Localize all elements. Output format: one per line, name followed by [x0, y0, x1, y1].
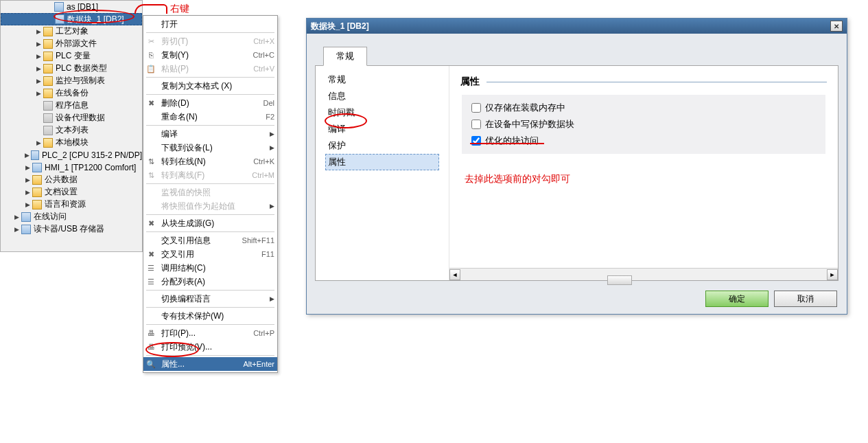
expander-icon[interactable]: [47, 16, 54, 23]
expander-icon[interactable]: ▶: [35, 65, 42, 72]
menu-item[interactable]: 专有技术保护(W): [143, 309, 277, 323]
menu-item[interactable]: 交叉引用信息Shift+F11: [143, 234, 277, 247]
menu-item[interactable]: 打开: [143, 17, 277, 31]
tree-item[interactable]: ▶语言和资源: [1, 198, 142, 211]
expander-icon[interactable]: [35, 102, 42, 109]
expander-icon[interactable]: ▶: [35, 78, 42, 84]
expander-icon[interactable]: ▶: [24, 164, 31, 171]
dialog-checkbox-row[interactable]: 仅存储在装载内存中: [471, 102, 816, 114]
tree-item[interactable]: 文本列表: [1, 124, 142, 137]
dialog-close-button[interactable]: ✕: [830, 21, 843, 32]
tree-item[interactable]: ▶HMI_1 [TP1200 Comfort]: [1, 161, 142, 174]
expander-icon[interactable]: ▶: [35, 41, 42, 47]
dialog-category-item[interactable]: 编译: [325, 121, 439, 137]
tree-item[interactable]: ▶本地模块: [1, 137, 142, 149]
submenu-arrow-icon: ▶: [270, 144, 274, 151]
tree-item[interactable]: ▶PLC_2 [CPU 315-2 PN/DP]: [1, 149, 142, 161]
tree-item[interactable]: ▶在线备份: [1, 87, 142, 100]
menu-item-label: 专有技术保护(W): [161, 310, 274, 322]
tree-item[interactable]: ▶PLC 数据类型: [1, 63, 142, 75]
expander-icon[interactable]: ▶: [13, 226, 20, 233]
tree-item[interactable]: ▶PLC 变量: [1, 50, 142, 63]
expander-icon[interactable]: ▶: [24, 189, 31, 196]
menu-item[interactable]: 切换编程语言▶: [143, 292, 277, 306]
annotation-uncheck-note: 去掉此选项前的对勾即可: [465, 173, 838, 185]
menu-item-shortcut: F11: [261, 250, 274, 258]
dialog-category-item[interactable]: 时间戳: [325, 104, 439, 121]
tree-item[interactable]: ▶文档设置: [1, 186, 142, 198]
expander-icon[interactable]: [35, 127, 42, 134]
dialog-checkbox-row[interactable]: 优化的块访问: [471, 135, 816, 147]
menu-item[interactable]: 🔍属性...Alt+Enter: [143, 357, 277, 371]
menu-item-shortcut: Ctrl+K: [253, 157, 274, 166]
dialog-section-title: 属性: [460, 76, 480, 88]
tree-item[interactable]: ▶监控与强制表: [1, 75, 142, 87]
menu-item[interactable]: 编译▶: [143, 127, 277, 141]
scroll-thumb[interactable]: [607, 275, 632, 285]
dialog-tab-strip: 常规: [307, 34, 847, 65]
folder-icon: [43, 27, 53, 36]
menu-item[interactable]: ☰分配列表(A): [143, 275, 277, 288]
menu-item[interactable]: ⇅转到在线(N)Ctrl+K: [143, 155, 277, 168]
expander-icon[interactable]: ▶: [35, 53, 42, 60]
menu-item[interactable]: ✖交叉引用F11: [143, 247, 277, 261]
expander-icon[interactable]: ▶: [35, 139, 42, 146]
menu-item[interactable]: 下载到设备(L)▶: [143, 141, 277, 155]
expander-icon[interactable]: [35, 115, 42, 122]
tree-item[interactable]: 设备代理数据: [1, 112, 142, 124]
dialog-horizontal-scrollbar[interactable]: ◄ ►: [449, 268, 838, 280]
scroll-left-arrow[interactable]: ◄: [449, 269, 460, 280]
menu-separator: [146, 183, 274, 184]
expander-icon[interactable]: ▶: [35, 28, 42, 35]
expander-icon[interactable]: ▶: [35, 90, 42, 97]
menu-item[interactable]: 重命名(N)F2: [143, 110, 277, 124]
menu-item[interactable]: ⎘复制(Y)Ctrl+C: [143, 48, 277, 62]
cancel-button[interactable]: 取消: [774, 291, 837, 307]
annotation-right-click: 右键: [170, 3, 189, 15]
tree-item[interactable]: ▶公共数据: [1, 174, 142, 186]
dialog-category-item[interactable]: 信息: [325, 88, 439, 104]
expander-icon[interactable]: ▶: [13, 214, 20, 220]
tree-item[interactable]: ▶工艺对象: [1, 25, 142, 38]
submenu-arrow-icon: ▶: [270, 130, 274, 137]
tree-item[interactable]: as [DB1]: [1, 1, 142, 13]
expander-icon[interactable]: ▶: [24, 152, 30, 159]
dialog-category-item[interactable]: 保护: [325, 137, 439, 154]
submenu-arrow-icon: ▶: [270, 295, 274, 302]
menu-item: 📋粘贴(P)Ctrl+V: [143, 62, 277, 76]
dialog-checkbox-row[interactable]: 在设备中写保护数据块: [471, 118, 816, 130]
menu-item-icon: [145, 310, 157, 321]
menu-item: 将快照值作为起始值▶: [143, 199, 277, 213]
menu-item[interactable]: ☰调用结构(C): [143, 261, 277, 275]
menu-separator: [146, 290, 274, 291]
scroll-right-arrow[interactable]: ►: [827, 269, 838, 280]
menu-item[interactable]: 复制为文本格式 (X): [143, 79, 277, 93]
gray-icon: [43, 126, 53, 135]
menu-item-label: 编译: [161, 128, 267, 140]
menu-item[interactable]: ✖从块生成源(G): [143, 216, 277, 230]
menu-item-label: 切换编程语言: [161, 293, 267, 305]
expander-icon[interactable]: ▶: [24, 177, 31, 183]
menu-item-label: 打印预览(V)...: [161, 341, 274, 353]
menu-item[interactable]: ✖删除(D)Del: [143, 96, 277, 110]
tree-item-label: 文档设置: [45, 186, 78, 198]
menu-item[interactable]: 🖶打印(P)...Ctrl+P: [143, 326, 277, 340]
dialog-tab-general[interactable]: 常规: [323, 47, 367, 66]
tree-item[interactable]: ▶读卡器/USB 存储器: [1, 223, 142, 236]
expander-icon[interactable]: ▶: [24, 201, 31, 208]
tree-item[interactable]: 程序信息: [1, 100, 142, 112]
checkbox-input[interactable]: [471, 120, 481, 129]
menu-item-icon: [145, 80, 157, 91]
tree-item-label: 本地模块: [56, 137, 89, 148]
tree-item[interactable]: 数据块_1 [DB2]: [1, 13, 142, 25]
menu-item[interactable]: 🖶打印预览(V)...: [143, 340, 277, 354]
menu-item-icon: ⇅: [145, 170, 157, 181]
checkbox-input[interactable]: [471, 103, 481, 113]
menu-item-icon: [145, 19, 157, 30]
ok-button[interactable]: 确定: [705, 291, 769, 307]
tree-item[interactable]: ▶外部源文件: [1, 38, 142, 50]
expander-icon[interactable]: [46, 3, 53, 10]
dialog-category-item[interactable]: 属性: [325, 154, 439, 170]
tree-item[interactable]: ▶在线访问: [1, 211, 142, 223]
dialog-category-item[interactable]: 常规: [325, 71, 439, 88]
